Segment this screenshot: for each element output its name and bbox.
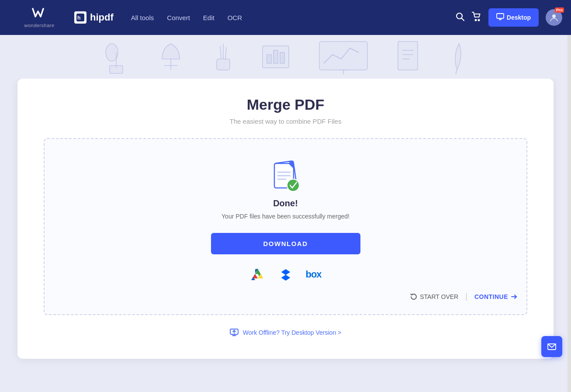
arrow-right-icon: [511, 293, 518, 300]
wondershare-brand[interactable]: wondershare: [9, 0, 70, 35]
desktop-label: Desktop: [507, 14, 531, 21]
cloud-save-icons: box: [248, 265, 323, 284]
svg-point-38: [287, 179, 299, 191]
pro-badge: Pro: [555, 7, 564, 13]
svg-rect-22: [280, 52, 284, 63]
box-icon: box: [305, 269, 321, 280]
done-subtitle: Your PDF files have been successfully me…: [221, 213, 350, 220]
download-button[interactable]: DOWNLOAD: [211, 233, 360, 254]
google-drive-button[interactable]: [248, 265, 267, 284]
start-over-label: START OVER: [420, 293, 458, 300]
dropbox-icon: [278, 267, 293, 282]
svg-rect-6: [497, 14, 504, 18]
hipdf-logo[interactable]: h hipdf: [74, 11, 114, 24]
mail-icon: [547, 342, 557, 351]
nav-edit[interactable]: Edit: [203, 14, 215, 21]
scrollbar[interactable]: [568, 0, 571, 392]
search-button[interactable]: [455, 12, 465, 24]
main-content: Merge PDF The easiest way to combine PDF…: [0, 79, 571, 376]
start-over-button[interactable]: START OVER: [410, 293, 458, 300]
svg-rect-12: [110, 66, 123, 73]
svg-rect-21: [273, 50, 278, 63]
main-card: Merge PDF The easiest way to combine PDF…: [17, 79, 554, 359]
wondershare-icon: [32, 7, 47, 22]
svg-text:h: h: [77, 15, 80, 21]
nav-links: All tools Convert Edit OCR: [131, 14, 455, 21]
svg-rect-20: [267, 55, 271, 63]
offline-label: Work Offline? Try Desktop Version >: [243, 329, 342, 336]
float-mail-button[interactable]: [541, 336, 562, 357]
banner-illustration: [103, 39, 468, 74]
dropbox-button[interactable]: [276, 265, 295, 284]
hipdf-icon: h: [74, 11, 87, 24]
action-bar: START OVER | CONTINUE: [53, 292, 518, 301]
continue-label: CONTINUE: [474, 293, 508, 300]
desktop-button[interactable]: Desktop: [488, 8, 539, 27]
svg-line-30: [456, 70, 457, 74]
nav-convert[interactable]: Convert: [167, 14, 190, 21]
svg-point-10: [106, 44, 118, 61]
actions-divider: |: [465, 292, 467, 301]
svg-rect-26: [398, 42, 418, 70]
google-drive-icon: [250, 268, 265, 281]
svg-point-9: [552, 14, 556, 18]
nav-all-tools[interactable]: All tools: [131, 14, 154, 21]
success-icon-wrap: [268, 156, 303, 191]
svg-rect-15: [217, 59, 230, 70]
offline-bar[interactable]: Work Offline? Try Desktop Version >: [44, 328, 527, 337]
nav-ocr[interactable]: OCR: [228, 14, 242, 21]
result-area: Done! Your PDF files have been successfu…: [44, 138, 527, 315]
page-subtitle: The easiest way to combine PDF Files: [44, 118, 527, 125]
svg-line-18: [225, 47, 226, 59]
done-title: Done!: [273, 198, 298, 208]
success-icon: [268, 156, 308, 196]
svg-rect-19: [263, 46, 289, 68]
wondershare-label: wondershare: [24, 23, 54, 28]
svg-rect-23: [319, 42, 367, 70]
hipdf-label: hipdf: [90, 12, 114, 23]
desktop-icon: [496, 13, 504, 22]
svg-line-3: [461, 18, 464, 21]
box-button[interactable]: box: [304, 265, 323, 284]
refresh-icon: [410, 293, 417, 300]
page-title: Merge PDF: [44, 96, 527, 113]
svg-line-16: [220, 46, 221, 59]
nav-right: Desktop Pro: [455, 8, 562, 27]
navbar: wondershare h hipdf All tools Convert Ed…: [0, 0, 571, 35]
svg-point-4: [475, 19, 476, 21]
svg-marker-47: [253, 274, 258, 278]
desktop-offline-icon: [230, 328, 239, 337]
cart-button[interactable]: [472, 12, 481, 24]
banner-area: [0, 35, 571, 79]
user-avatar-wrap[interactable]: Pro: [546, 9, 562, 26]
continue-button[interactable]: CONTINUE: [474, 293, 518, 300]
svg-point-5: [478, 19, 479, 21]
